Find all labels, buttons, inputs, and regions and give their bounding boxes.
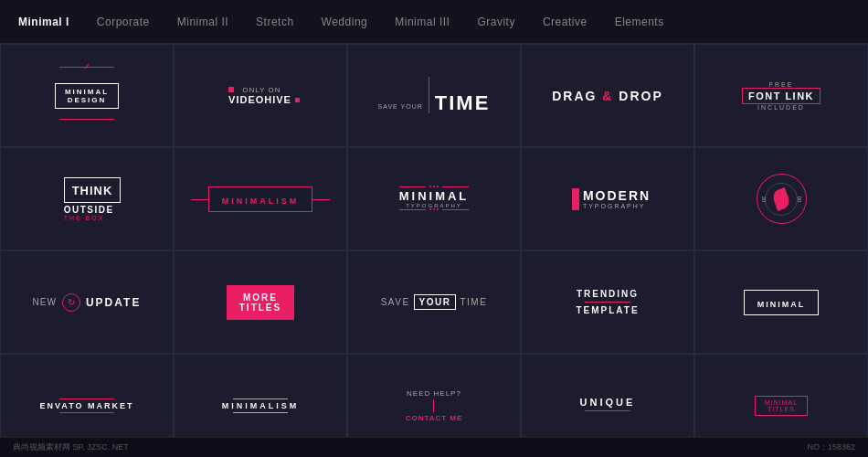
cell-save-your-time[interactable]: SAVE YOUR TIME [347,44,521,147]
minimalism-bottom-line [233,412,288,413]
envato-bottom-line [59,412,114,413]
bottom-line [59,119,114,120]
nav-item-corporate[interactable]: Corporate [97,16,150,28]
minimal-main-label: MINIMAL [399,189,470,203]
cell-think-outside[interactable]: THINK OUTSIDE THE BOX [0,147,174,250]
more-titles-box: MORE TITLES [227,285,294,320]
nav-item-elements[interactable]: Elements [615,16,664,28]
nav-item-minimal-3[interactable]: Minimal III [395,16,450,28]
videohive-label: VIDEOHIVE [228,94,300,105]
red-rect-icon [572,188,579,210]
cell-only-on-videohive[interactable]: ONLY ON VIDEOHIVE [174,44,347,147]
titles-label: TITLES [239,303,281,313]
nav-item-wedding[interactable]: Wedding [322,16,368,28]
minimal-label: MINIMAL [65,88,109,96]
nav-item-minimal-1[interactable]: Minimal I [18,16,69,28]
footer-left: 典尚视频素材网 SP. JZSC. NET [13,441,129,453]
cell-more-titles[interactable]: MORE TITLES [174,250,347,354]
footer: 典尚视频素材网 SP. JZSC. NET NO：158362 [0,437,868,457]
save-word: SAVE [381,297,410,307]
nav-item-gravity[interactable]: Gravity [477,16,515,28]
contact-me-label: CONTACT ME [406,414,463,422]
trending-label: TRENDING [576,289,639,299]
cell-new-update[interactable]: NEW ↻ UPDATE [0,250,174,354]
cell-modern-typography[interactable]: MODERN TYPOGRAPHY [521,147,694,250]
drop-label: DROP [619,89,662,103]
leaf-icon [771,186,792,210]
cell-minimal-center[interactable]: MINIMAL TYPOGRAPHY [347,147,521,250]
nav-item-creative[interactable]: Creative [543,16,587,28]
minimal-titles-box: MINIMAL TITLES [755,396,808,416]
minimalism-banner-box: MINIMALISM [208,186,313,212]
modern-label: MODERN [583,188,651,203]
cell-minimal-box[interactable]: MINIMAL [694,250,868,354]
design-label: DESIGN [65,96,109,104]
nav-item-minimal-2[interactable]: Minimal II [177,16,228,28]
red-square-icon [228,87,234,92]
top-line [59,67,114,68]
navigation: Minimal I Corporate Minimal II Stretch W… [0,0,868,44]
need-help-line [433,399,434,412]
more-label: MORE [239,292,281,303]
only-on-label: ONLY ON [228,86,300,94]
minimalism-plain-label: MINIMALISM [222,401,300,410]
new-label: NEW [33,297,57,307]
envato-top-line [59,399,114,399]
deco-bottom [399,208,470,210]
minimal-titles-top: MINIMAL [765,399,798,406]
the-box-label: THE BOX [64,215,122,221]
typography-label: TYPOGRAPHY [583,203,651,209]
think-box-border: THINK [64,177,122,203]
trending-line [585,302,630,303]
deco-top [399,186,470,187]
think-label: THINK [72,184,113,197]
cell-drag-drop[interactable]: DRAG & DROP [521,44,694,147]
minimal-titles-bottom: TITLES [765,406,798,412]
time-word: TIME [460,297,487,307]
cell-circle-logo[interactable]: 20 00 [694,147,868,250]
num-left: 20 [761,196,767,202]
circle-outer: 20 00 [757,174,807,224]
time-label: TIME [435,91,491,115]
num-right: 00 [797,196,802,202]
minimal-box-border: MINIMAL [744,290,820,315]
template-grid: ✓ MINIMAL DESIGN ONLY ON VIDEOHIVE SAVE … [0,44,868,457]
nav-item-stretch[interactable]: Stretch [256,16,294,28]
circle-icon: ↻ [62,293,80,312]
cell-minimalism-banner[interactable]: MINIMALISM [174,147,347,250]
unique-label: UNIQUE [580,397,636,408]
free-label: FREE [742,81,820,88]
cell-minimal-design[interactable]: ✓ MINIMAL DESIGN [0,44,174,147]
cell-save-your-time-inline[interactable]: SAVE YOUR TIME [347,250,521,354]
red-square2-icon [295,98,300,102]
your-highlight: YOUR [414,294,457,310]
circle-inner [765,183,798,216]
included-label: INCLUDED [742,104,820,111]
drag-label: DRAG [552,89,602,103]
cell-trending-template[interactable]: TRENDING TEMPLATE [521,250,694,354]
minimal-design-box: MINIMAL DESIGN [55,83,119,109]
font-link-label: FONT LINK [742,88,820,104]
need-help-label: NEED HELP? [406,389,463,398]
save-your-label: SAVE YOUR [378,102,423,112]
envato-label: ENVATO MARKET [39,401,133,410]
minimal-box-label: MINIMAL [757,300,806,309]
cell-font-link[interactable]: FREE FONT LINK INCLUDED [694,44,868,147]
update-label: UPDATE [86,296,141,309]
footer-right: NO：158362 [807,441,855,453]
minimalism-top-line [233,399,288,399]
outside-label: OUTSIDE [64,205,122,215]
ampersand-icon: & [602,89,613,103]
circle-refresh-icon: ↻ [68,297,75,307]
vertical-line [429,77,429,113]
minimalism-banner-label: MINIMALISM [222,197,300,206]
unique-line [585,410,630,411]
template-label: TEMPLATE [576,305,639,315]
